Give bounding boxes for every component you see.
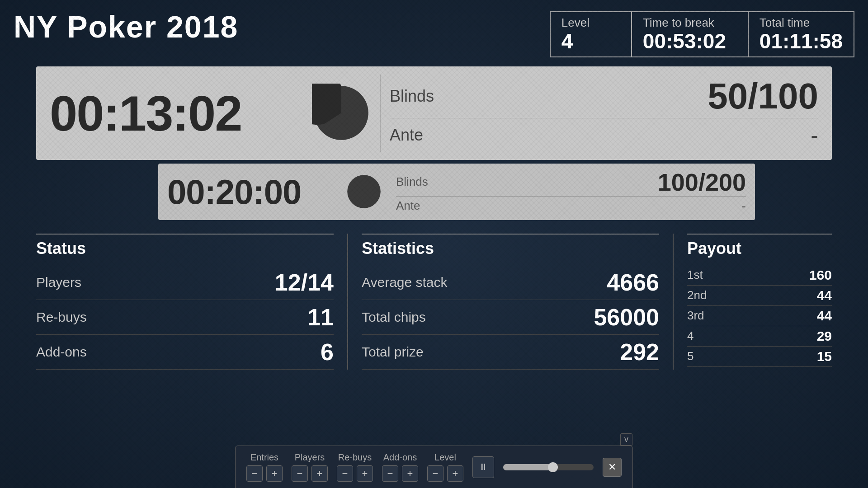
panels-container: 00:13:02 Blinds 50/100 Ante - 00:20:00 — [0, 57, 868, 220]
payout-place: 1st — [687, 268, 703, 282]
next-ante-value: - — [741, 198, 746, 214]
rebuys-plus-btn[interactable]: + — [357, 465, 373, 482]
level-label: Level — [561, 16, 620, 30]
level-minus-btn[interactable]: − — [427, 465, 443, 482]
close-button[interactable]: ✕ — [603, 458, 622, 477]
addons-value: 6 — [321, 338, 334, 366]
next-ante-row: Ante - — [396, 197, 746, 216]
payout-amount: 44 — [817, 308, 832, 324]
next-pie-chart — [346, 174, 382, 210]
next-ante-label: Ante — [396, 199, 420, 213]
total-chips-row: Total chips 56000 — [362, 300, 659, 335]
total-chips-label: Total chips — [362, 310, 426, 325]
status-title: Status — [36, 234, 334, 258]
payout-place: 3rd — [687, 309, 704, 323]
ante-row: Ante - — [390, 118, 818, 152]
avg-stack-value: 4666 — [607, 269, 659, 296]
payout-row: 1st160 — [687, 265, 832, 286]
addons-buttons: − + — [382, 465, 418, 482]
status-section: Status Players 12/14 Re-buys 11 Add-ons … — [36, 234, 334, 370]
total-stat: Total time 01:11:58 — [749, 11, 854, 57]
players-plus-btn[interactable]: + — [311, 465, 328, 482]
total-prize-value: 292 — [620, 338, 659, 366]
addons-plus-btn[interactable]: + — [402, 465, 418, 482]
players-value: 12/14 — [275, 269, 334, 296]
divider-1 — [347, 234, 348, 370]
level-plus-btn[interactable]: + — [447, 465, 463, 482]
addons-row: Add-ons 6 — [36, 335, 334, 370]
level-stat: Level 4 — [550, 11, 631, 57]
next-blinds-section: Blinds 100/200 Ante - — [389, 168, 746, 216]
rebuys-value: 11 — [307, 304, 334, 331]
avg-stack-label: Average stack — [362, 275, 448, 290]
players-row: Players 12/14 — [36, 265, 334, 300]
addons-minus-btn[interactable]: − — [382, 465, 398, 482]
payout-row: 2nd44 — [687, 286, 832, 306]
total-label: Total time — [760, 16, 843, 30]
ante-label: Ante — [390, 126, 423, 145]
total-value: 01:11:58 — [760, 30, 843, 53]
payout-row: 3rd44 — [687, 306, 832, 326]
entries-minus-btn[interactable]: − — [246, 465, 263, 482]
players-buttons: − + — [292, 465, 328, 482]
current-blinds-section: Blinds 50/100 Ante - — [380, 75, 818, 152]
progress-fill — [503, 464, 553, 470]
addons-control: Add-ons − + — [382, 452, 418, 482]
blinds-value: 50/100 — [708, 78, 818, 114]
progress-bar[interactable] — [503, 464, 594, 470]
divider-2 — [673, 234, 674, 370]
players-control: Players − + — [292, 452, 328, 482]
rebuys-minus-btn[interactable]: − — [337, 465, 353, 482]
entries-buttons: − + — [246, 465, 283, 482]
payout-row: 429 — [687, 326, 832, 347]
payout-amount: 29 — [817, 328, 832, 344]
rebuys-label: Re-buys — [36, 310, 87, 325]
payout-place: 5 — [687, 349, 693, 363]
payout-place: 2nd — [687, 288, 707, 302]
pause-icon: ⏸ — [479, 462, 488, 472]
blinds-label: Blinds — [390, 87, 434, 106]
break-stat: Time to break 00:53:02 — [631, 11, 749, 57]
addons-label: Add-ons — [36, 344, 87, 360]
payout-row: 515 — [687, 347, 832, 367]
stats-container: Status Players 12/14 Re-buys 11 Add-ons … — [0, 220, 868, 370]
close-icon: ✕ — [608, 461, 616, 473]
payout-place: 4 — [687, 329, 693, 343]
players-minus-btn[interactable]: − — [292, 465, 308, 482]
entries-label: Entries — [250, 452, 278, 463]
entries-plus-btn[interactable]: + — [266, 465, 283, 482]
current-timer: 00:13:02 — [50, 84, 303, 142]
rebuys-control: Re-buys − + — [337, 452, 373, 482]
payout-amount: 160 — [809, 267, 832, 283]
rebuys-row: Re-buys 11 — [36, 300, 334, 335]
control-bar: v Entries − + Players − + Re-buys − + Ad… — [235, 446, 633, 488]
progress-thumb[interactable] — [548, 462, 558, 472]
next-level-panel: 00:20:00 Blinds 100/200 Ante - — [158, 164, 755, 220]
pause-button[interactable]: ⏸ — [472, 456, 494, 478]
level-value: 4 — [561, 30, 620, 53]
rebuys-buttons: − + — [337, 465, 373, 482]
next-blinds-label: Blinds — [396, 175, 428, 189]
level-ctrl-label: Level — [434, 452, 456, 463]
addons-ctrl-label: Add-ons — [383, 452, 417, 463]
statistics-title: Statistics — [362, 234, 659, 258]
players-ctrl-label: Players — [295, 452, 325, 463]
total-prize-label: Total prize — [362, 344, 424, 360]
rebuys-ctrl-label: Re-buys — [338, 452, 372, 463]
next-timer: 00:20:00 — [167, 172, 339, 211]
level-control: Level − + — [427, 452, 463, 482]
blinds-row: Blinds 50/100 — [390, 75, 818, 118]
header-stats: Level 4 Time to break 00:53:02 Total tim… — [550, 11, 854, 57]
payout-section: Payout 1st1602nd443rd44429515 — [687, 234, 832, 370]
svg-point-1 — [347, 175, 381, 208]
payout-rows: 1st1602nd443rd44429515 — [687, 265, 832, 367]
entries-control: Entries − + — [246, 452, 283, 482]
payout-title: Payout — [687, 234, 832, 258]
current-pie-chart — [312, 84, 371, 142]
header: NY Poker 2018 Level 4 Time to break 00:5… — [0, 0, 868, 57]
payout-amount: 15 — [817, 349, 832, 364]
next-blinds-row: Blinds 100/200 — [396, 168, 746, 197]
payout-amount: 44 — [817, 288, 832, 303]
avg-stack-row: Average stack 4666 — [362, 265, 659, 300]
current-level-panel: 00:13:02 Blinds 50/100 Ante - — [36, 66, 832, 160]
